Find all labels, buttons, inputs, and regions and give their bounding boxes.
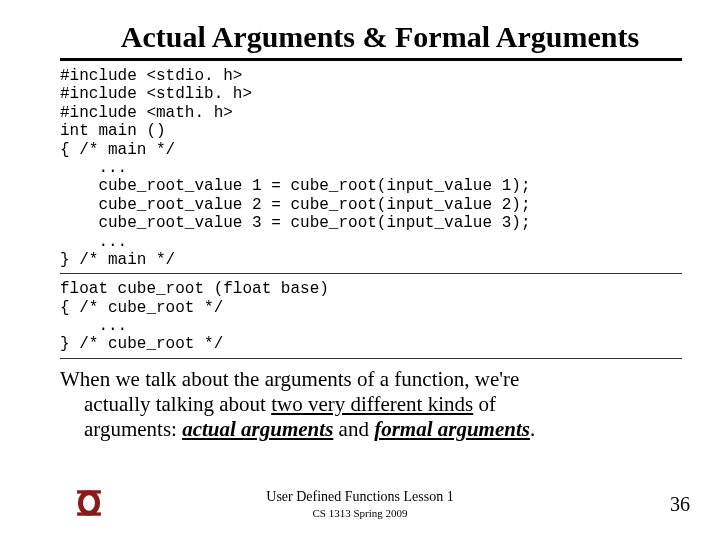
- body-line2a: actually talking about: [84, 392, 271, 416]
- body-line2c: of: [473, 392, 496, 416]
- body-paragraph: When we talk about the arguments of a fu…: [60, 367, 670, 443]
- slide: Actual Arguments & Formal Arguments #inc…: [0, 0, 720, 540]
- body-line3c: and: [333, 417, 374, 441]
- code-block-func: float cube_root (float base) { /* cube_r…: [60, 280, 690, 354]
- body-line2: actually talking about two very differen…: [84, 392, 670, 417]
- body-line2b-underline: two very different kinds: [271, 392, 473, 416]
- divider-2: [60, 358, 682, 359]
- slide-title: Actual Arguments & Formal Arguments: [80, 20, 680, 54]
- page-number: 36: [670, 493, 690, 516]
- course-id: CS 1313 Spring 2009: [312, 507, 407, 519]
- footer: User Defined Functions Lesson 1 CS 1313 …: [0, 482, 720, 522]
- code-block-main: #include <stdio. h> #include <stdlib. h>…: [60, 67, 690, 269]
- lesson-title: User Defined Functions Lesson 1: [266, 489, 453, 504]
- formal-arguments-term: formal arguments: [374, 417, 530, 441]
- body-line3a: arguments:: [84, 417, 182, 441]
- actual-arguments-term: actual arguments: [182, 417, 333, 441]
- body-line1: When we talk about the arguments of a fu…: [60, 367, 519, 391]
- body-line3e: .: [530, 417, 535, 441]
- title-rule: [60, 58, 682, 61]
- divider-1: [60, 273, 682, 274]
- body-line3: arguments: actual arguments and formal a…: [84, 417, 670, 442]
- footer-text: User Defined Functions Lesson 1 CS 1313 …: [0, 489, 720, 520]
